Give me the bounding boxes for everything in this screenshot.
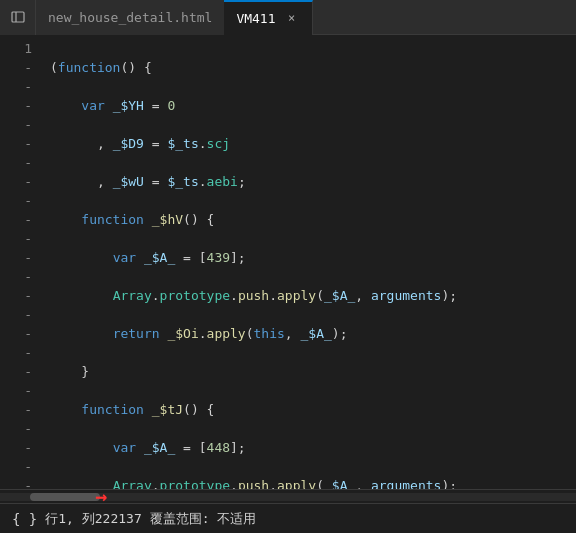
- tab-bar: new_house_detail.html VM411 ×: [0, 0, 576, 35]
- tab-new-house-detail[interactable]: new_house_detail.html: [36, 0, 224, 35]
- status-brackets-icon: { }: [12, 511, 37, 527]
- code-area: 1 - - - - - - - - - - - - - - - - - - - …: [0, 35, 576, 503]
- tab-label: new_house_detail.html: [48, 10, 212, 25]
- status-position: 行1, 列222137: [45, 510, 141, 528]
- tab-label: VM411: [236, 11, 275, 26]
- code-content[interactable]: (function() { var _$YH = 0 , _$D9 = $_ts…: [42, 35, 576, 489]
- back-button[interactable]: [0, 0, 36, 35]
- horizontal-scrollbar[interactable]: →: [0, 489, 576, 503]
- status-coverage: 覆盖范围: 不适用: [150, 510, 257, 528]
- tab-vm411[interactable]: VM411 ×: [224, 0, 312, 35]
- status-bar: { } 行1, 列222137 覆盖范围: 不适用: [0, 503, 576, 533]
- svg-rect-0: [12, 12, 24, 22]
- line-numbers: 1 - - - - - - - - - - - - - - - - - - - …: [0, 35, 42, 489]
- tab-close-button[interactable]: ×: [284, 10, 300, 26]
- code-scroll[interactable]: 1 - - - - - - - - - - - - - - - - - - - …: [0, 35, 576, 489]
